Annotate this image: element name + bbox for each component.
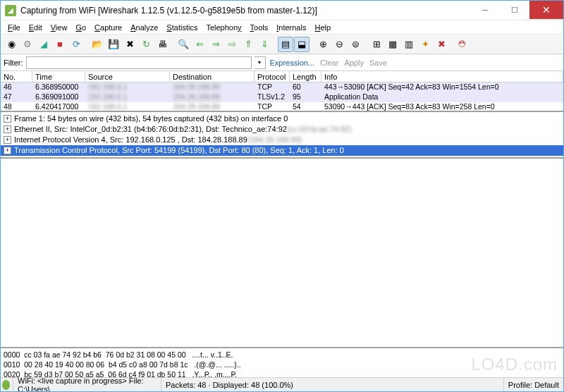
display-filters-icon[interactable]: ▥	[401, 37, 417, 52]
expert-info-icon[interactable]	[2, 380, 10, 390]
back-icon[interactable]: ⇐	[192, 37, 207, 52]
menu-telephony[interactable]: Telephony	[202, 22, 245, 33]
menu-bar: File Edit View Go Capture Analyze Statis…	[1, 20, 563, 35]
print-icon[interactable]: 🖶	[154, 37, 170, 52]
packet-list-header: No. Time Source Destination Protocol Len…	[1, 71, 563, 82]
tree-item-ip[interactable]: +Internet Protocol Version 4, Src: 192.1…	[1, 135, 563, 145]
filter-bar: Filter: ▾ Expression... Clear Apply Save	[1, 54, 563, 71]
tree-item-frame[interactable]: +Frame 1: 54 bytes on wire (432 bits), 5…	[1, 114, 563, 124]
zoom-out-icon[interactable]: ⊖	[331, 37, 347, 52]
col-length[interactable]: Length	[290, 71, 321, 82]
menu-internals[interactable]: Internals	[272, 22, 310, 33]
help-icon[interactable]: ⛑	[455, 37, 470, 52]
coloring-rules-icon[interactable]: ✦	[417, 37, 433, 52]
close-button[interactable]: ✕	[529, 1, 563, 19]
menu-file[interactable]: File	[4, 22, 25, 33]
expand-icon[interactable]: +	[4, 136, 11, 144]
watermark: LO4D.com	[471, 355, 558, 374]
menu-help[interactable]: Help	[310, 22, 335, 33]
col-protocol[interactable]: Protocol	[255, 71, 290, 82]
status-bar: WiFi: <live capture in progress> File: C…	[1, 377, 563, 391]
menu-edit[interactable]: Edit	[25, 22, 47, 33]
title-bar: ◢ Capturing from WiFi [Wireshark 1.12.5 …	[1, 1, 563, 20]
stop-capture-icon[interactable]: ■	[52, 37, 68, 52]
table-row[interactable]: 47 6.369091000 192.168.0.1 184.28.188.89…	[1, 92, 563, 102]
filter-dropdown-icon[interactable]: ▾	[255, 56, 266, 69]
status-capture-file: WiFi: <live capture in progress> File: C…	[13, 378, 161, 391]
packet-details-tree[interactable]: +Frame 1: 54 bytes on wire (432 bits), 5…	[1, 112, 563, 159]
app-icon: ◢	[5, 5, 16, 16]
expand-icon[interactable]: +	[4, 125, 11, 133]
menu-go[interactable]: Go	[71, 22, 90, 33]
col-info[interactable]: Info	[321, 71, 563, 82]
last-icon[interactable]: ⇓	[257, 37, 272, 52]
resize-columns-icon[interactable]: ⊞	[369, 37, 384, 52]
expression-button[interactable]: Expression...	[269, 59, 317, 67]
goto-icon[interactable]: ⇨	[224, 37, 240, 52]
packet-list[interactable]: No. Time Source Destination Protocol Len…	[1, 71, 563, 112]
options-icon[interactable]: ⚙	[20, 37, 35, 52]
preferences-icon[interactable]: ✖	[434, 37, 449, 52]
save-icon[interactable]: 💾	[106, 37, 121, 52]
toolbar: ◉ ⚙ ◢ ■ ⟳ 📂 💾 ✖ ↻ 🖶 🔍 ⇐ ⇒ ⇨ ⇑ ⇓ ▤ ⬓ ⊕ ⊖ …	[1, 35, 563, 54]
col-source[interactable]: Source	[85, 71, 170, 82]
window-title: Capturing from WiFi [Wireshark 1.12.5 (v…	[20, 6, 470, 16]
first-icon[interactable]: ⇑	[240, 37, 256, 52]
expand-icon[interactable]: +	[4, 147, 11, 154]
reload-icon[interactable]: ↻	[138, 37, 154, 52]
restart-capture-icon[interactable]: ⟳	[68, 37, 84, 52]
apply-button[interactable]: Apply	[343, 59, 365, 67]
colorize-icon[interactable]: ▤	[278, 37, 293, 52]
filter-label: Filter:	[4, 59, 23, 67]
open-icon[interactable]: 📂	[90, 37, 105, 52]
autoscroll-icon[interactable]: ⬓	[294, 37, 309, 52]
save-button[interactable]: Save	[368, 59, 388, 67]
capture-filters-icon[interactable]: ▦	[385, 37, 400, 52]
col-destination[interactable]: Destination	[170, 71, 255, 82]
menu-analyze[interactable]: Analyze	[126, 22, 162, 33]
tree-item-tcp[interactable]: +Transmission Control Protocol, Src Port…	[1, 145, 563, 156]
find-icon[interactable]: 🔍	[176, 37, 191, 52]
start-capture-icon[interactable]: ◢	[36, 37, 51, 52]
col-time[interactable]: Time	[32, 71, 85, 82]
menu-view[interactable]: View	[47, 22, 72, 33]
filter-input[interactable]	[26, 56, 252, 69]
window-controls: ─ ☐ ✕	[470, 1, 563, 20]
expand-icon[interactable]: +	[4, 115, 11, 123]
close-file-icon[interactable]: ✖	[122, 37, 137, 52]
status-packets: Packets: 48 · Displayed: 48 (100.0%)	[161, 378, 504, 391]
tree-item-ethernet[interactable]: +Ethernet II, Src: IntelCor_0d:b2:31 (b4…	[1, 124, 563, 135]
minimize-button[interactable]: ─	[470, 1, 500, 19]
zoom-reset-icon[interactable]: ⊜	[348, 37, 363, 52]
col-no[interactable]: No.	[1, 71, 32, 82]
table-row[interactable]: 46 6.368950000 192.168.0.1 184.28.188.89…	[1, 82, 563, 92]
menu-statistics[interactable]: Statistics	[162, 22, 202, 33]
menu-capture[interactable]: Capture	[90, 22, 126, 33]
interfaces-icon[interactable]: ◉	[4, 37, 19, 52]
forward-icon[interactable]: ⇒	[208, 37, 223, 52]
table-row[interactable]: 48 6.420417000 192.168.0.1 184.28.188.89…	[1, 102, 563, 112]
clear-button[interactable]: Clear	[319, 59, 340, 67]
maximize-button[interactable]: ☐	[500, 1, 529, 19]
status-profile[interactable]: Profile: Default	[504, 378, 563, 391]
tree-empty-area	[1, 159, 563, 348]
menu-tools[interactable]: Tools	[246, 22, 273, 33]
zoom-in-icon[interactable]: ⊕	[315, 37, 331, 52]
